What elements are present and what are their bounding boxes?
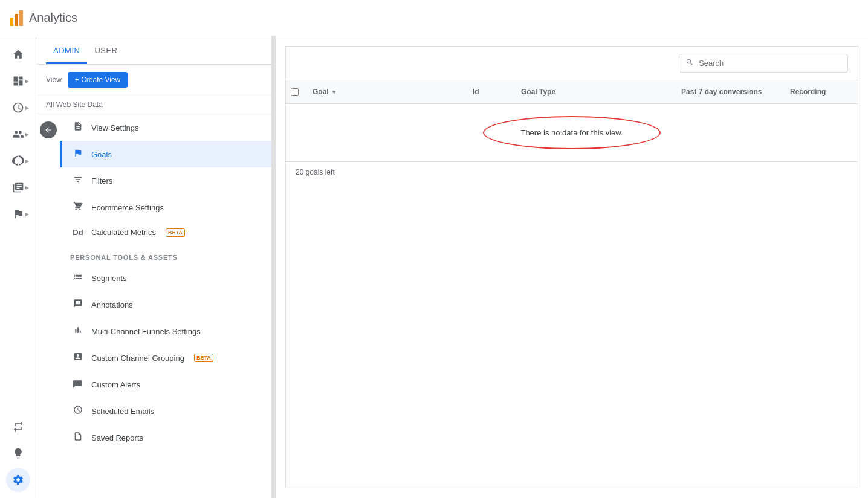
admin-nav-panel: ADMIN USER View + Create View All Web Si… [36, 36, 272, 498]
expand-arrow: ▶ [25, 105, 29, 111]
th-goal-sort[interactable]: ▼ [331, 89, 337, 95]
top-header: Analytics [0, 0, 868, 36]
sidebar-item-behavior[interactable]: ▶ [6, 175, 30, 199]
sidebar-item-lightbulb[interactable] [6, 441, 30, 465]
nav-item-goals[interactable]: Goals [60, 141, 271, 167]
goals-label: Goals [91, 150, 112, 159]
tab-user[interactable]: USER [87, 36, 125, 64]
sidebar-item-conversions[interactable]: ▶ [6, 202, 30, 226]
nav-item-custom-alerts[interactable]: Custom Alerts [60, 371, 271, 398]
sidebar-item-realtime[interactable]: ▶ [6, 95, 30, 120]
nav-item-filters[interactable]: Filters [60, 167, 271, 194]
back-arrow-area [36, 114, 60, 498]
logo-icon [10, 10, 23, 26]
custom-channel-icon [72, 352, 84, 364]
personal-tools-header: PERSONAL TOOLS & ASSETS [60, 244, 271, 265]
nav-items: View Settings Goals Filters [60, 114, 271, 498]
th-past-7-days: Past 7 day conversions [676, 80, 785, 103]
expand-arrow: ▶ [25, 132, 29, 137]
th-goal: Goal ▼ [308, 80, 468, 103]
logo-bar-1 [10, 18, 13, 26]
th-goal-label: Goal [313, 88, 329, 96]
goals-icon [72, 148, 84, 160]
view-settings-label: View Settings [91, 123, 139, 132]
goals-table-area: Goal ▼ Id Goal Type Past 7 day conversio… [285, 46, 858, 488]
th-recording: Recording [785, 80, 858, 103]
th-id-label: Id [473, 88, 479, 96]
sidebar-item-dashboard[interactable]: ▶ [6, 69, 30, 93]
custom-alerts-icon [72, 378, 84, 390]
th-past-7-days-label: Past 7 day conversions [681, 88, 762, 96]
settings-button[interactable] [6, 468, 30, 492]
annotations-icon [72, 299, 84, 311]
view-label: View [46, 76, 62, 84]
main-content: Goal ▼ Id Goal Type Past 7 day conversio… [276, 36, 868, 498]
back-arrow-button[interactable] [40, 121, 57, 138]
sidebar-item-loop[interactable] [6, 415, 30, 439]
nav-with-arrow: View Settings Goals Filters [36, 114, 271, 498]
expand-arrow: ▶ [25, 185, 29, 190]
sidebar-item-audience[interactable]: ▶ [6, 122, 30, 146]
annotations-label: Annotations [91, 300, 133, 309]
th-goal-type: Goal Type [516, 80, 676, 103]
sidebar-icons: ▶ ▶ ▶ ▶ ▶ ▶ [0, 36, 36, 498]
saved-reports-label: Saved Reports [91, 433, 143, 442]
search-icon [685, 58, 694, 68]
logo-bar-2 [15, 14, 18, 26]
search-input-wrap [679, 54, 848, 73]
th-goal-type-label: Goal Type [521, 88, 555, 96]
admin-tabs: ADMIN USER [36, 36, 271, 65]
search-bar-row [286, 47, 858, 80]
custom-channel-label: Custom Channel Grouping [91, 354, 184, 363]
calculated-metrics-label: Calculated Metrics [91, 228, 156, 237]
nav-item-ecommerce[interactable]: Ecommerce Settings [60, 194, 271, 221]
expand-arrow: ▶ [25, 158, 29, 164]
view-section: View + Create View [36, 65, 271, 95]
expand-arrow: ▶ [25, 212, 29, 217]
expand-arrow: ▶ [25, 79, 29, 84]
search-input[interactable] [699, 59, 841, 68]
logo-bar-3 [19, 10, 23, 26]
table-body: There is no data for this view. [286, 104, 858, 161]
multi-channel-label: Multi-Channel Funnels Settings [91, 327, 201, 336]
tab-admin[interactable]: ADMIN [46, 36, 87, 64]
goals-left-row: 20 goals left [286, 161, 858, 183]
no-data-message: There is no data for this view. [483, 116, 660, 149]
nav-item-saved-reports[interactable]: Saved Reports [60, 424, 271, 451]
ecommerce-icon [72, 201, 84, 213]
segments-label: Segments [91, 274, 127, 283]
content-area: ADMIN USER View + Create View All Web Si… [36, 36, 868, 498]
no-data-ellipse: There is no data for this view. [483, 116, 660, 149]
create-view-button[interactable]: + Create View [68, 72, 128, 88]
th-recording-label: Recording [790, 88, 826, 96]
sidebar-item-acquisition[interactable]: ▶ [6, 149, 30, 173]
saved-reports-icon [72, 432, 84, 444]
calculated-metrics-beta: BETA [166, 228, 185, 237]
filters-label: Filters [91, 176, 112, 186]
sidebar-bottom [6, 415, 30, 492]
th-checkbox [286, 80, 308, 103]
sidebar-item-home[interactable] [6, 42, 30, 66]
filters-icon [72, 175, 84, 187]
segments-icon [72, 272, 84, 284]
multi-channel-icon [72, 325, 84, 337]
nav-item-view-settings[interactable]: View Settings [60, 114, 271, 141]
table-header: Goal ▼ Id Goal Type Past 7 day conversio… [286, 80, 858, 104]
nav-item-annotations[interactable]: Annotations [60, 291, 271, 318]
scheduled-emails-icon [72, 405, 84, 417]
nav-item-custom-channel[interactable]: Custom Channel Grouping BETA [60, 344, 271, 371]
nav-item-segments[interactable]: Segments [60, 265, 271, 291]
th-id: Id [468, 80, 516, 103]
nav-item-multi-channel[interactable]: Multi-Channel Funnels Settings [60, 318, 271, 344]
custom-alerts-label: Custom Alerts [91, 380, 140, 389]
app-title: Analytics [29, 11, 77, 25]
all-website-label: All Web Site Data [36, 95, 271, 114]
nav-item-calculated-metrics[interactable]: Dd Calculated Metrics BETA [60, 221, 271, 244]
ecommerce-label: Ecommerce Settings [91, 203, 164, 212]
scheduled-emails-label: Scheduled Emails [91, 407, 154, 416]
nav-item-scheduled-emails[interactable]: Scheduled Emails [60, 398, 271, 424]
view-settings-icon [72, 121, 84, 134]
calculated-metrics-icon: Dd [72, 228, 84, 237]
custom-channel-beta: BETA [194, 354, 213, 362]
select-all-checkbox[interactable] [291, 88, 299, 96]
